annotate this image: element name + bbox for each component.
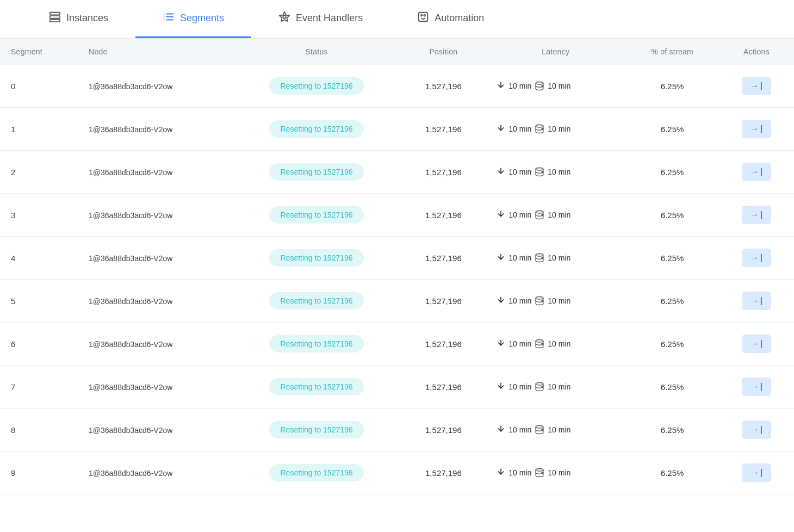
node-cell: 1@36a88db3acd6-V2ow: [78, 65, 232, 108]
instances-icon: [49, 11, 61, 26]
pipe-char: |: [760, 339, 762, 349]
percent-cell: 6.25%: [625, 280, 719, 323]
node-cell: 1@36a88db3acd6-V2ow: [78, 151, 232, 194]
position-value: 1,527,196: [425, 339, 462, 349]
latency-cell: 10 min 10 min: [486, 409, 625, 451]
latency-cell: 10 min 10 min: [486, 194, 625, 237]
pipe-char: |: [760, 382, 762, 392]
goto-segment-button[interactable]: →|: [742, 463, 771, 482]
percent-value: 6.25%: [661, 468, 684, 478]
percent-value: 6.25%: [661, 382, 684, 392]
position-cell: 1,527,196: [401, 108, 486, 151]
percent-value: 6.25%: [661, 211, 684, 220]
nav-item-automation[interactable]: Automation: [390, 0, 511, 38]
position-value: 1,527,196: [425, 211, 462, 220]
actions-cell: →|: [719, 108, 794, 151]
status-badge: Resetting to 1527196: [269, 292, 363, 310]
percent-value: 6.25%: [661, 253, 684, 263]
latency-down-icon: [497, 209, 505, 220]
nav-item-instances[interactable]: Instances: [22, 0, 135, 38]
segment-number: 1: [11, 125, 15, 134]
table-row: 61@36a88db3acd6-V2owResetting to 1527196…: [0, 323, 794, 366]
latency-cell: 10 min 10 min: [486, 366, 625, 409]
percent-cell: 6.25%: [625, 451, 719, 494]
latency-db-icon: [535, 425, 544, 435]
latency-db-value: 10 min: [548, 425, 570, 434]
latency-down-value: 10 min: [508, 211, 531, 219]
segment-cell: 8: [0, 409, 78, 451]
status-cell: Resetting to 1527196: [232, 151, 401, 194]
status-cell: Resetting to 1527196: [232, 280, 401, 323]
node-name: 1@36a88db3acd6-V2ow: [89, 426, 172, 435]
table-row: 81@36a88db3acd6-V2owResetting to 1527196…: [0, 409, 794, 451]
actions-cell: →|: [719, 194, 794, 237]
node-cell: 1@36a88db3acd6-V2ow: [78, 194, 232, 237]
latency-down-icon: [497, 252, 505, 263]
pipe-char: |: [760, 124, 762, 134]
automation-label: Automation: [435, 13, 484, 24]
nav-item-segments[interactable]: Segments: [135, 0, 251, 38]
latency-down-icon: [497, 467, 505, 478]
table-body: 01@36a88db3acd6-V2owResetting to 1527196…: [0, 65, 794, 494]
latency-db-value: 10 min: [548, 468, 570, 477]
goto-segment-button[interactable]: →|: [742, 77, 771, 95]
node-name: 1@36a88db3acd6-V2ow: [89, 469, 172, 478]
latency-cell: 10 min 10 min: [486, 451, 625, 494]
svg-point-27: [536, 211, 544, 214]
pipe-char: |: [760, 296, 762, 306]
goto-segment-button[interactable]: →|: [742, 292, 771, 310]
svg-point-10: [283, 15, 286, 18]
percent-value: 6.25%: [661, 82, 684, 91]
latency-db-value: 10 min: [548, 125, 570, 133]
status-cell: Resetting to 1527196: [232, 323, 401, 366]
segment-number: 5: [11, 296, 15, 306]
svg-point-39: [536, 340, 544, 343]
position-value: 1,527,196: [425, 125, 462, 134]
svg-rect-0: [50, 13, 60, 15]
svg-rect-11: [419, 13, 428, 22]
svg-rect-2: [50, 20, 60, 22]
status-badge: Resetting to 1527196: [269, 120, 363, 138]
latency-db-icon: [535, 253, 544, 263]
nav-item-event-handlers[interactable]: Event Handlers: [251, 0, 390, 38]
latency-cell: 10 min 10 min: [486, 108, 625, 151]
svg-point-43: [536, 383, 544, 386]
arrow-right-icon: →: [750, 253, 759, 263]
actions-cell: →|: [719, 280, 794, 323]
arrow-right-icon: →: [750, 81, 759, 91]
goto-segment-button[interactable]: →|: [742, 378, 771, 396]
goto-segment-button[interactable]: →|: [742, 163, 771, 181]
goto-segment-button[interactable]: →|: [742, 120, 771, 138]
latency-db-icon: [535, 210, 544, 220]
node-cell: 1@36a88db3acd6-V2ow: [78, 366, 232, 409]
goto-segment-button[interactable]: →|: [742, 206, 771, 224]
latency-down-icon: [497, 123, 505, 134]
segment-cell: 0: [0, 65, 78, 108]
latency-down-value: 10 min: [508, 382, 531, 391]
latency-cell: 10 min 10 min: [486, 151, 625, 194]
goto-segment-button[interactable]: →|: [742, 249, 771, 267]
event-handlers-icon: [278, 11, 290, 26]
node-name: 1@36a88db3acd6-V2ow: [89, 82, 172, 91]
table-row: 11@36a88db3acd6-V2owResetting to 1527196…: [0, 108, 794, 151]
event-handlers-label: Event Handlers: [296, 13, 363, 24]
goto-segment-button[interactable]: →|: [742, 420, 771, 439]
goto-segment-button[interactable]: →|: [742, 335, 771, 353]
arrow-right-icon: →: [750, 124, 759, 134]
position-value: 1,527,196: [425, 253, 462, 263]
percent-cell: 6.25%: [625, 151, 719, 194]
table-row: 71@36a88db3acd6-V2owResetting to 1527196…: [0, 366, 794, 409]
segment-number: 7: [11, 382, 15, 392]
segments-label: Segments: [180, 13, 224, 24]
pipe-char: |: [760, 81, 762, 91]
latency-cell: 10 min 10 min: [486, 65, 625, 108]
pipe-char: |: [760, 468, 762, 478]
segments-icon: [163, 11, 175, 26]
actions-cell: →|: [719, 451, 794, 494]
svg-rect-1: [50, 16, 60, 18]
position-value: 1,527,196: [425, 168, 462, 177]
segment-cell: 6: [0, 323, 78, 366]
svg-point-19: [536, 125, 544, 128]
node-name: 1@36a88db3acd6-V2ow: [89, 211, 172, 220]
latency-db-value: 10 min: [548, 296, 570, 305]
